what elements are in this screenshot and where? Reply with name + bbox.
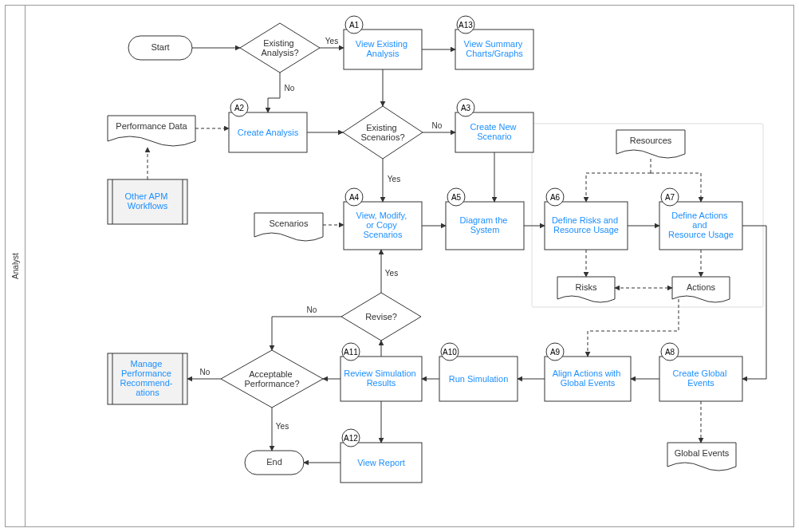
- svg-text:A12: A12: [344, 434, 358, 443]
- swimlane-label: Analyst: [6, 6, 26, 526]
- label-no3: No: [307, 305, 317, 314]
- svg-text:Resources: Resources: [630, 136, 672, 145]
- predefined-manage-recs: Manage Performance Recommend- ations: [108, 353, 187, 404]
- process-A10: Run Simulation A10: [439, 343, 518, 401]
- svg-text:Existing
        Scenarios?: Existing Scenarios?: [360, 123, 404, 142]
- link-A2[interactable]: Create Analysis: [238, 128, 299, 137]
- doc-performance-data: Performance Data: [108, 116, 195, 146]
- doc-resources: Resources: [616, 130, 685, 158]
- svg-text:A8: A8: [665, 348, 675, 357]
- end-terminator: End: [245, 451, 304, 475]
- label-yes1: Yes: [325, 37, 338, 45]
- svg-text:Acceptable
        Performance: Acceptable Performance?: [244, 369, 299, 388]
- svg-text:Start: Start: [151, 42, 169, 52]
- process-A8: Create Global Events A8: [659, 343, 742, 401]
- edge-d1-a2: [268, 73, 280, 112]
- process-A3: Create New Scenario A3: [455, 99, 533, 152]
- label-no2: No: [432, 121, 443, 130]
- link-other-apm[interactable]: Other APM Workflows: [125, 191, 171, 211]
- link-A9[interactable]: Align Actions with Global Events: [553, 368, 624, 388]
- svg-text:Actions: Actions: [687, 282, 716, 292]
- link-A12[interactable]: View Report: [357, 458, 405, 467]
- svg-text:Scenarios: Scenarios: [270, 219, 309, 228]
- process-A13: View Summary Charts/Graphs A13: [455, 16, 533, 69]
- label-no4: No: [200, 368, 211, 376]
- label-no1: No: [285, 84, 295, 93]
- doc-global-events: Global Events: [667, 443, 736, 471]
- label-yes3: Yes: [385, 269, 398, 278]
- label-yes4: Yes: [276, 422, 289, 431]
- svg-text:Global Events: Global Events: [675, 448, 730, 458]
- start-terminator: Start: [128, 36, 192, 60]
- svg-text:A1: A1: [349, 21, 360, 30]
- svg-text:A7: A7: [665, 193, 675, 202]
- svg-text:A11: A11: [344, 348, 358, 357]
- edge-res-a6: [586, 173, 651, 202]
- link-A3[interactable]: Create New Scenario: [470, 122, 518, 141]
- svg-text:A9: A9: [550, 348, 561, 357]
- flowchart-canvas: Start Existing Analysis? View Existing A…: [25, 6, 795, 528]
- doc-risks: Risks: [557, 277, 615, 302]
- edge-revise-accept: [272, 317, 341, 350]
- svg-text:A4: A4: [349, 193, 360, 202]
- svg-text:A3: A3: [461, 104, 471, 112]
- predefined-other-apm: Other APM Workflows: [108, 179, 187, 224]
- doc-actions: Actions: [672, 277, 730, 302]
- decision-revise: Revise?: [341, 293, 421, 341]
- svg-text:Performance Data: Performance Data: [116, 121, 187, 131]
- link-A13[interactable]: View Summary Charts/Graphs: [464, 39, 525, 58]
- svg-text:A6: A6: [550, 193, 561, 202]
- decision-existing-analysis: Existing Analysis?: [240, 23, 320, 73]
- svg-text:A13: A13: [459, 21, 473, 30]
- process-A6: Define Risks and Resource Usage A6: [545, 188, 628, 250]
- svg-text:Risks: Risks: [576, 282, 597, 292]
- link-A6[interactable]: Define Risks and Resource Usage: [552, 215, 620, 234]
- decision-acceptable: Acceptable Performance?: [221, 350, 323, 408]
- svg-text:A2: A2: [234, 104, 245, 112]
- link-A10[interactable]: Run Simulation: [449, 374, 509, 384]
- svg-text:A5: A5: [451, 193, 462, 202]
- label-yes2: Yes: [388, 175, 400, 183]
- diagram-frame: Analyst Start Existing Analysis?: [5, 5, 794, 527]
- decision-existing-scenarios: Existing Scenarios?: [343, 106, 423, 159]
- decision-text: Existing Analysis?: [261, 38, 298, 57]
- swimlane-label-text: Analyst: [11, 253, 20, 279]
- svg-text:A10: A10: [443, 348, 457, 357]
- svg-text:Revise?: Revise?: [365, 312, 397, 321]
- doc-scenarios: Scenarios: [254, 213, 323, 241]
- process-A9: Align Actions with Global Events A9: [545, 343, 631, 401]
- process-A5: Diagram the System A5: [446, 188, 524, 250]
- process-A1: View Existing Analysis A1: [344, 16, 422, 69]
- svg-text:End: End: [266, 457, 282, 467]
